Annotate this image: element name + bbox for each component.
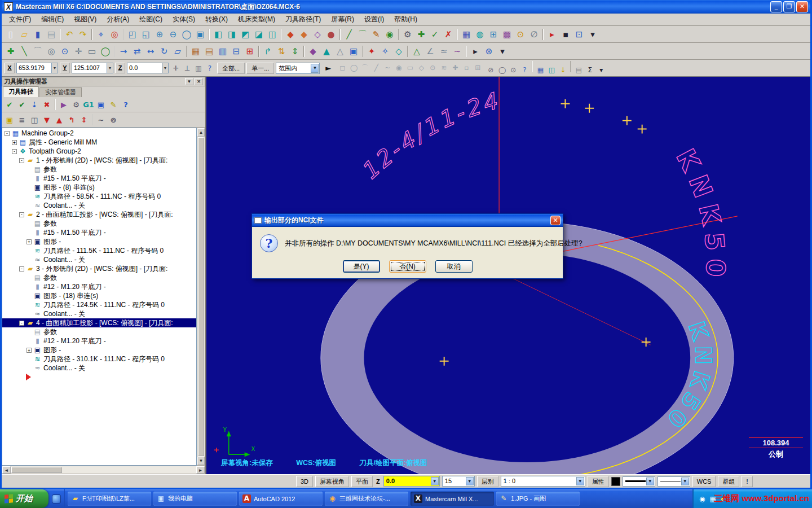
- tb1-icon-32[interactable]: ◉: [383, 28, 396, 41]
- x-coordinate-input[interactable]: 653.9179▼: [16, 63, 58, 73]
- mgr1-icon-5[interactable]: ▶: [58, 98, 70, 111]
- menu-item-6[interactable]: 转换(X): [200, 13, 233, 26]
- coord-filter-icon-4[interactable]: ~: [382, 62, 393, 73]
- tb1-icon-29[interactable]: ╱: [342, 28, 356, 41]
- coord-c-icon-7[interactable]: ↓: [557, 64, 568, 76]
- mgr1-icon-9[interactable]: ✎: [107, 98, 120, 111]
- selection-cursor-icon[interactable]: ►: [321, 62, 335, 75]
- minimize-button[interactable]: _: [770, 1, 782, 12]
- coord-c-icon-9[interactable]: ▤: [573, 64, 584, 76]
- tb1-icon-49[interactable]: ▾: [586, 28, 599, 41]
- tb1-icon-15[interactable]: ◯: [180, 28, 193, 41]
- layer-combo[interactable]: 1 : 0▼: [501, 476, 585, 487]
- tb2-icon-13[interactable]: ▱: [171, 45, 184, 58]
- menu-item-0[interactable]: 文件(F): [4, 13, 36, 26]
- select-all-operations-icon[interactable]: ✔: [3, 98, 16, 111]
- range-dropdown-icon[interactable]: ▼: [311, 64, 319, 73]
- tree-item[interactable]: +▤属性 - Generic Mill MM: [2, 138, 196, 147]
- tree-item[interactable]: ▤参数: [2, 165, 196, 174]
- tb2-icon-15[interactable]: ▦: [189, 45, 202, 58]
- tree-item[interactable]: ≋刀具路径 - 310.1K - 111.NC - 程序号码 0: [2, 354, 196, 364]
- line-style-select[interactable]: ▼: [657, 476, 690, 487]
- mgr2-icon-9[interactable]: ⊚: [107, 113, 120, 126]
- y-coordinate-input[interactable]: 125.1007▼: [72, 63, 113, 73]
- menu-item-10[interactable]: 设置(I): [359, 13, 389, 26]
- taskbar-item-3[interactable]: ◉三维网技术论坛-...: [325, 492, 408, 506]
- z-dropdown-icon[interactable]: ▼: [162, 63, 168, 73]
- tolerance-dropdown-icon[interactable]: ▼: [466, 477, 474, 485]
- range-select[interactable]: 范围内▼: [276, 63, 320, 74]
- menu-item-3[interactable]: 分析(A): [102, 13, 134, 26]
- start-button[interactable]: 开始: [0, 489, 48, 508]
- tray-icon-0[interactable]: ◉: [699, 495, 705, 503]
- z-depth-dropdown-icon[interactable]: ▼: [431, 477, 439, 485]
- tree-item[interactable]: ≈Coolant... - 关: [2, 255, 196, 264]
- y-dropdown-icon[interactable]: ▼: [107, 63, 113, 73]
- coord-a-icon-1[interactable]: ⊥: [182, 63, 193, 74]
- scroll-left-icon[interactable]: ◄: [2, 466, 11, 474]
- tb2-icon-10[interactable]: ⇄: [130, 45, 144, 58]
- tree-item[interactable]: ▣图形 - (8) 串连(s): [2, 183, 196, 192]
- tb2-icon-5[interactable]: ✛: [72, 45, 85, 58]
- tb1-icon-19[interactable]: ◨: [225, 28, 239, 41]
- tray-icon-1[interactable]: ▦: [709, 495, 716, 503]
- no-button[interactable]: 否(N): [389, 260, 426, 273]
- mgr1-icon-2[interactable]: ⇣: [28, 98, 41, 111]
- g1-icon[interactable]: G1: [82, 98, 95, 111]
- layer-button[interactable]: 层别: [477, 476, 498, 487]
- coord-filter-icon-12[interactable]: ⊞: [472, 62, 483, 73]
- scroll-down-icon[interactable]: ▼: [197, 457, 205, 465]
- mgr1-icon-8[interactable]: ▣: [95, 98, 107, 111]
- move-down-icon[interactable]: ▼: [41, 113, 53, 126]
- tb1-icon-35[interactable]: ✚: [414, 28, 428, 41]
- taskbar-item-4[interactable]: XMastercam Mill X...: [411, 492, 494, 506]
- tb1-icon-31[interactable]: ✎: [369, 28, 383, 41]
- tb2-icon-16[interactable]: ▤: [202, 45, 216, 58]
- tb2-icon-2[interactable]: ⌒: [31, 45, 45, 58]
- tree-item[interactable]: ▮#12 - M1.20 平底刀 -: [2, 336, 196, 345]
- z-axis-button[interactable]: Z: [115, 63, 125, 73]
- tree-item[interactable]: ≈Coolant... - 关: [2, 309, 196, 318]
- expand-icon[interactable]: +: [27, 239, 32, 244]
- layer-dropdown-icon[interactable]: ▼: [576, 477, 584, 485]
- plane-button[interactable]: 平面: [351, 476, 373, 487]
- tb1-icon-41[interactable]: ⊞: [487, 28, 500, 41]
- coord-filter-icon-0[interactable]: ◻: [337, 62, 348, 73]
- tb2-icon-32[interactable]: ◇: [392, 45, 405, 58]
- y-axis-button[interactable]: Y: [60, 63, 70, 73]
- delete-icon[interactable]: ✖: [41, 98, 53, 111]
- coord-filter-icon-6[interactable]: ▭: [404, 62, 416, 73]
- tb2-icon-26[interactable]: ▲: [320, 45, 333, 58]
- tb1-icon-16[interactable]: ▣: [193, 28, 207, 41]
- coord-filter-icon-3[interactable]: ╱: [370, 62, 382, 73]
- tb2-icon-7[interactable]: ◯: [99, 45, 112, 58]
- tb1-icon-25[interactable]: ◆: [297, 28, 311, 41]
- menu-item-8[interactable]: 刀具路径(T): [280, 13, 326, 26]
- tb2-icon-25[interactable]: ◆: [306, 45, 320, 58]
- wcs-button[interactable]: WCS: [692, 476, 716, 487]
- tb2-icon-23[interactable]: ⇕: [288, 45, 302, 58]
- group-button[interactable]: 群组: [718, 476, 739, 487]
- coord-filter-icon-10[interactable]: ✚: [449, 62, 461, 73]
- tab-toolpaths[interactable]: 刀具路径: [3, 86, 39, 97]
- mgr2-icon-6[interactable]: ⇕: [78, 113, 90, 126]
- collapse-icon[interactable]: -: [19, 321, 24, 326]
- cancel-button[interactable]: 取消: [435, 260, 473, 273]
- move-up-icon[interactable]: ▲: [53, 113, 65, 126]
- tree-item[interactable]: ▣图形 - (18) 串连(s): [2, 291, 196, 300]
- coord-c-icon-5[interactable]: ▦: [535, 64, 546, 76]
- tb2-icon-40[interactable]: ⊛: [482, 45, 496, 58]
- mgr2-icon-1[interactable]: ≡: [16, 113, 28, 126]
- tb1-icon-39[interactable]: ▦: [460, 28, 473, 41]
- tb2-icon-34[interactable]: △: [410, 45, 423, 58]
- tree-item[interactable]: ▮#12 - M1.20 平底刀 -: [2, 282, 196, 291]
- coord-c-icon-2[interactable]: ⊙: [508, 64, 519, 76]
- tree-item[interactable]: -❖Toolpath Group-2: [2, 147, 196, 156]
- line-width-dropdown-icon[interactable]: ▼: [646, 478, 654, 485]
- tolerance-input[interactable]: 15▼: [442, 476, 475, 487]
- tb1-icon-36[interactable]: ✓: [428, 28, 442, 41]
- lock-icon[interactable]: ▣: [3, 113, 16, 126]
- expand-icon[interactable]: +: [27, 348, 32, 353]
- x-dropdown-icon[interactable]: ▼: [51, 63, 58, 73]
- tree-item[interactable]: ▮#15 - M1.50 平底刀 -: [2, 228, 196, 237]
